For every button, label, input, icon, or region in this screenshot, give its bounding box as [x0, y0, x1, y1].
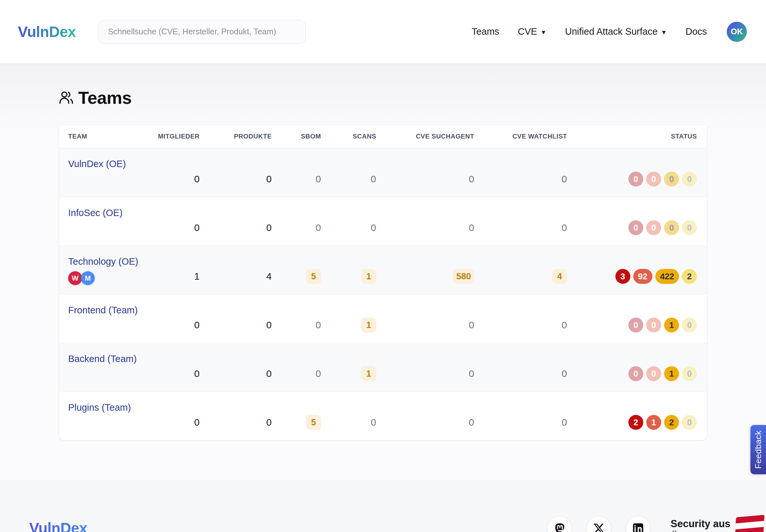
sbom-cell: 0 [272, 197, 321, 246]
table-header-row: Team Mitglieder Produkte SBOM Scans CVE … [59, 125, 707, 148]
status-cell: 0000 [567, 148, 697, 197]
mitglieder-value: 1 [194, 269, 200, 284]
status-low-pill: 0 [682, 318, 697, 333]
team-cell: Backend (Team) [68, 343, 149, 392]
watchlist-cell: 0 [474, 148, 567, 197]
mitglieder-value: 0 [194, 415, 200, 430]
linkedin-button[interactable] [626, 516, 651, 532]
sbom-cell: 5 [272, 392, 321, 440]
team-tag-w-badge: W [68, 271, 82, 285]
page: VulnDex Teams CVE▼ Unified Attack Surfac… [0, 0, 766, 532]
table-row: Technology (OE)WM145158043924222 [59, 246, 707, 294]
watchlist-cell: 4 [474, 246, 567, 294]
user-avatar[interactable]: OK [727, 22, 747, 42]
suchagent-cell: 0 [376, 343, 474, 392]
x-button[interactable] [587, 516, 611, 532]
mitglieder-cell: 1 [149, 246, 200, 294]
watchlist-value: 0 [562, 415, 567, 430]
produkte-value: 0 [266, 172, 272, 187]
nav-unified-attack-surface[interactable]: Unified Attack Surface▼ [565, 26, 667, 37]
watchlist-value: 0 [562, 220, 567, 235]
nav-docs[interactable]: Docs [686, 26, 707, 37]
status-low-pill: 0 [682, 220, 697, 235]
footer: VulnDex Security aus Österreich [0, 481, 766, 532]
table-row: InfoSec (OE)0000000000 [59, 197, 707, 246]
status-critical-pill: 0 [628, 366, 643, 381]
sbom-value: 0 [315, 220, 321, 235]
vulndex-logo[interactable]: VulnDex [18, 23, 76, 41]
table-row: Plugins (Team)0050002120 [59, 392, 707, 440]
status-low-pill: 0 [682, 415, 697, 430]
feedback-button[interactable]: Feedback [750, 425, 766, 474]
produkte-cell: 0 [200, 343, 272, 392]
team-cell: InfoSec (OE) [68, 197, 149, 246]
produkte-cell: 0 [200, 392, 272, 440]
sbom-value: 0 [315, 318, 321, 333]
team-link[interactable]: InfoSec (OE) [68, 208, 123, 218]
suchagent-cell: 580 [376, 246, 474, 294]
produkte-cell: 4 [200, 246, 272, 294]
column-header-scans: Scans [321, 133, 376, 140]
status-critical-pill: 2 [628, 415, 643, 430]
footer-vulndex-logo[interactable]: VulnDex [29, 519, 87, 532]
suchagent-cell: 0 [376, 148, 474, 197]
austria-flag-icon [735, 515, 765, 532]
status-cell: 3924222 [567, 246, 697, 294]
status-cell: 0000 [567, 197, 697, 246]
scans-cell: 0 [321, 392, 376, 440]
mitglieder-value: 0 [194, 318, 200, 333]
security-aus-oesterreich-text: Security aus Österreich [671, 518, 730, 532]
watchlist-value: 0 [562, 366, 567, 381]
column-header-cve-suchagent: CVE Suchagent [376, 133, 474, 140]
status-medium-pill: 1 [664, 318, 679, 333]
table-row: Backend (Team)0001000010 [59, 343, 707, 392]
mitglieder-cell: 0 [149, 295, 200, 343]
produkte-value: 0 [266, 366, 272, 381]
team-link[interactable]: Backend (Team) [68, 354, 137, 364]
sbom-cell: 0 [272, 295, 321, 343]
status-medium-pill: 2 [664, 415, 679, 430]
mitglieder-cell: 0 [149, 148, 200, 197]
page-heading: Teams [59, 88, 132, 108]
scans-value: 0 [371, 172, 376, 187]
scans-value: 0 [371, 415, 376, 430]
mastodon-button[interactable] [547, 516, 572, 532]
team-link[interactable]: VulnDex (OE) [68, 159, 126, 169]
page-title: Teams [78, 88, 132, 108]
suchagent-cell: 0 [376, 392, 474, 440]
status-medium-pill: 0 [664, 172, 679, 187]
team-link[interactable]: Technology (OE) [68, 256, 138, 267]
suchagent-value: 0 [469, 366, 474, 381]
team-link[interactable]: Plugins (Team) [68, 402, 131, 413]
team-link[interactable]: Frontend (Team) [68, 305, 138, 316]
status-high-pill: 0 [646, 366, 661, 381]
nav-cve[interactable]: CVE▼ [518, 26, 546, 37]
scans-cell: 1 [321, 343, 376, 392]
suchagent-value: 0 [469, 318, 474, 333]
linkedin-icon [632, 523, 644, 532]
status-critical-pill: 0 [628, 220, 643, 235]
search-input[interactable] [98, 20, 306, 44]
produkte-cell: 0 [200, 148, 272, 197]
main-content: Teams Team Mitglieder Produkte SBOM Scan… [0, 64, 766, 481]
mastodon-icon [554, 523, 565, 532]
x-icon [593, 523, 605, 532]
column-header-status: Status [567, 133, 697, 140]
main-nav: Teams CVE▼ Unified Attack Surface▼ Docs … [472, 22, 747, 42]
top-navigation-bar: VulnDex Teams CVE▼ Unified Attack Surfac… [0, 0, 766, 64]
status-critical-pill: 0 [628, 318, 643, 333]
scans-value: 1 [361, 318, 376, 333]
chevron-down-icon: ▼ [661, 29, 667, 36]
status-medium-pill: 1 [664, 366, 679, 381]
table-row: VulnDex (OE)0000000000 [59, 148, 707, 197]
column-header-mitglieder: Mitglieder [149, 133, 200, 140]
team-cell: Technology (OE)WM [68, 246, 149, 294]
watchlist-value: 4 [552, 269, 567, 284]
scans-cell: 1 [321, 295, 376, 343]
nav-teams[interactable]: Teams [472, 26, 499, 37]
sbom-cell: 0 [272, 343, 321, 392]
produkte-value: 0 [266, 415, 272, 430]
status-critical-pill: 3 [615, 269, 630, 284]
team-tag-m-badge: M [81, 271, 95, 285]
suchagent-cell: 0 [376, 197, 474, 246]
